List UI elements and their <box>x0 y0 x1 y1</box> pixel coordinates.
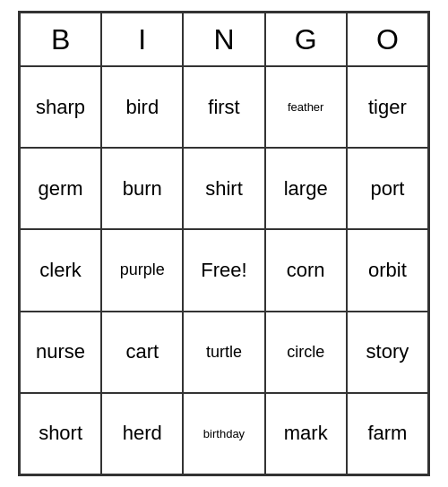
header-o: O <box>347 13 428 66</box>
header-g: G <box>265 13 347 66</box>
cell-1-3: large <box>265 148 347 229</box>
bingo-card: B I N G O sharp bird first feather tiger… <box>18 11 430 476</box>
cell-3-1: cart <box>101 312 183 393</box>
cell-2-2-free: Free! <box>183 229 264 311</box>
cell-4-3: mark <box>265 393 347 474</box>
cell-4-4: farm <box>347 393 428 474</box>
cell-4-1: herd <box>101 393 183 474</box>
header-b: B <box>20 13 101 66</box>
cell-4-0: short <box>20 393 101 474</box>
cell-0-2: first <box>183 66 264 148</box>
cell-0-0: sharp <box>20 66 101 148</box>
cell-1-4: port <box>347 148 428 229</box>
cell-1-0: germ <box>20 148 101 229</box>
cell-1-2: shirt <box>183 148 264 229</box>
cell-2-3: corn <box>265 229 347 311</box>
cell-0-3: feather <box>265 66 347 148</box>
cell-2-4: orbit <box>347 229 428 311</box>
cell-3-0: nurse <box>20 312 101 393</box>
cell-2-1: purple <box>101 229 183 311</box>
cell-3-2: turtle <box>183 312 264 393</box>
cell-4-2: birthday <box>183 393 264 474</box>
cell-0-4: tiger <box>347 66 428 148</box>
header-i: I <box>101 13 183 66</box>
cell-3-4: story <box>347 312 428 393</box>
header-n: N <box>183 13 264 66</box>
cell-2-0: clerk <box>20 229 101 311</box>
cell-1-1: burn <box>101 148 183 229</box>
cell-3-3: circle <box>265 312 347 393</box>
cell-0-1: bird <box>101 66 183 148</box>
